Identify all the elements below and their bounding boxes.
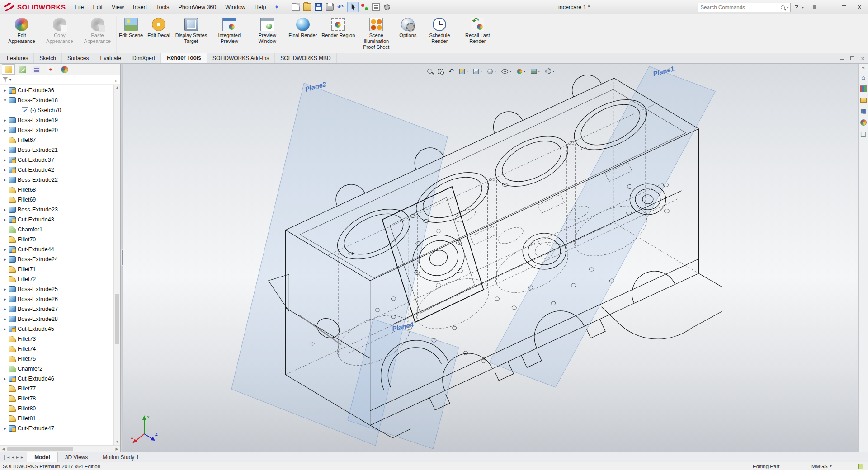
- feature-tree-item[interactable]: Cut-Extrude46: [1, 374, 120, 384]
- caret-down-icon[interactable]: ▾: [802, 5, 804, 9]
- doc-restore-icon[interactable]: [850, 56, 854, 60]
- feature-tree-item[interactable]: Fillet68: [1, 185, 120, 195]
- caret-down-icon[interactable]: ▾: [787, 5, 788, 9]
- feature-tree-item[interactable]: Boss-Extrude19: [1, 115, 120, 125]
- expand-arrow-icon[interactable]: [3, 327, 7, 331]
- feature-tree-item[interactable]: Fillet81: [1, 414, 120, 423]
- doc-close-icon[interactable]: ×: [861, 56, 864, 61]
- taskpane-button[interactable]: [859, 73, 868, 81]
- expand-arrow-icon[interactable]: [3, 98, 7, 103]
- feature-tree-item[interactable]: Fillet75: [1, 354, 120, 364]
- quick-access-button[interactable]: ▾: [336, 2, 346, 12]
- hud-button[interactable]: ▾: [458, 67, 469, 75]
- expand-arrow-icon[interactable]: [3, 168, 7, 172]
- feature-tree-item[interactable]: Boss-Extrude18: [1, 95, 120, 105]
- custom-properties-tag-icon[interactable]: [858, 464, 863, 469]
- panel-tab[interactable]: [44, 64, 57, 75]
- command-tab[interactable]: Render Tools: [161, 53, 207, 63]
- taskpane-button[interactable]: [859, 96, 868, 104]
- ribbon-button[interactable]: Render Region: [319, 16, 357, 53]
- tree-vertical-scrollbar[interactable]: ▲ ▼: [113, 85, 120, 445]
- ribbon-button[interactable]: Recall Last Render: [458, 16, 496, 53]
- panel-tab[interactable]: [2, 64, 15, 75]
- ribbon-button[interactable]: Edit Scene: [117, 16, 145, 53]
- quick-access-button[interactable]: ▾: [325, 2, 335, 12]
- expand-arrow-icon[interactable]: [3, 158, 7, 162]
- panel-tab[interactable]: [16, 64, 29, 75]
- scroll-right-icon[interactable]: ▶: [113, 446, 120, 452]
- caret-down-icon[interactable]: ▾: [466, 69, 468, 73]
- panel-tab[interactable]: [30, 64, 43, 75]
- menu-item[interactable]: Window: [221, 0, 250, 14]
- feature-tree-item[interactable]: Fillet77: [1, 384, 120, 394]
- quick-access-button[interactable]: ▾: [371, 2, 381, 12]
- command-tab[interactable]: SOLIDWORKS Add-Ins: [207, 53, 275, 63]
- quick-access-button[interactable]: ▾: [302, 2, 312, 12]
- menu-item[interactable]: PhotoView 360: [174, 0, 221, 14]
- expand-arrow-icon[interactable]: [3, 178, 7, 182]
- feature-tree-item[interactable]: Cut-Extrude44: [1, 244, 120, 254]
- ribbon-button[interactable]: Copy Appearance: [41, 16, 79, 53]
- hud-button[interactable]: ▾: [426, 67, 434, 75]
- feature-tree-item[interactable]: Fillet72: [1, 274, 120, 284]
- search-input[interactable]: [700, 5, 779, 10]
- feature-tree-item[interactable]: Boss-Extrude28: [1, 314, 120, 324]
- expand-arrow-icon[interactable]: [3, 317, 7, 321]
- command-tab[interactable]: Surfaces: [62, 53, 94, 63]
- menu-item[interactable]: Edit: [89, 0, 108, 14]
- expand-arrow-icon[interactable]: [3, 88, 7, 93]
- caret-down-icon[interactable]: ▾: [9, 78, 11, 82]
- feature-tree-item[interactable]: Boss-Extrude25: [1, 284, 120, 294]
- ribbon-button[interactable]: Integrated Preview: [210, 16, 248, 53]
- pin-menu-icon[interactable]: ✦: [270, 4, 283, 10]
- menu-item[interactable]: File: [70, 0, 88, 14]
- expand-arrow-icon[interactable]: [3, 307, 7, 311]
- expand-arrow-icon[interactable]: [3, 257, 7, 262]
- ribbon-button[interactable]: Edit Decal: [145, 16, 172, 53]
- document-tab[interactable]: 3D Views: [58, 452, 95, 462]
- ribbon-button[interactable]: Preview Window: [248, 16, 286, 53]
- menu-item[interactable]: View: [107, 0, 128, 14]
- tab-scroll-left-icon[interactable]: ◂: [7, 455, 9, 460]
- expand-arrow-icon[interactable]: [3, 148, 7, 152]
- doc-minimize-icon[interactable]: [840, 59, 844, 60]
- feature-tree-item[interactable]: Boss-Extrude23: [1, 205, 120, 215]
- caret-down-icon[interactable]: ▾: [494, 69, 496, 73]
- feature-tree-item[interactable]: Cut-Extrude45: [1, 324, 120, 334]
- ribbon-button[interactable]: Paste Appearance: [79, 16, 117, 53]
- quick-access-button[interactable]: ▾: [359, 2, 370, 12]
- feature-tree-item[interactable]: Fillet80: [1, 404, 120, 414]
- feature-tree-item[interactable]: Boss-Extrude24: [1, 254, 120, 264]
- feature-tree-item[interactable]: Fillet70: [1, 235, 120, 244]
- search-commands-box[interactable]: ▾: [698, 3, 791, 12]
- command-tab[interactable]: SOLIDWORKS MBD: [275, 53, 336, 63]
- expand-arrow-icon[interactable]: [3, 217, 7, 222]
- caret-down-icon[interactable]: ▾: [538, 69, 540, 73]
- caret-down-icon[interactable]: ▾: [509, 69, 511, 73]
- document-tab[interactable]: Motion Study 1: [95, 452, 146, 462]
- menu-item[interactable]: Help: [250, 0, 271, 14]
- taskpane-collapse-button[interactable]: «: [862, 65, 864, 70]
- ribbon-button[interactable]: Edit Appearance: [3, 16, 41, 53]
- quick-access-button[interactable]: ▾: [347, 2, 359, 12]
- expand-arrow-icon[interactable]: [3, 207, 7, 212]
- caret-down-icon[interactable]: ▾: [552, 69, 554, 73]
- minimize-button[interactable]: [821, 0, 836, 14]
- command-tab[interactable]: Sketch: [34, 53, 62, 63]
- feature-tree-item[interactable]: Chamfer1: [1, 225, 120, 235]
- units-selector[interactable]: MMGS ▾: [807, 464, 855, 469]
- horizontal-scroll-thumb[interactable]: [7, 446, 73, 451]
- expand-arrow-icon[interactable]: [3, 426, 7, 431]
- hud-button[interactable]: ▾: [515, 67, 527, 75]
- taskpane-button[interactable]: [859, 107, 868, 115]
- command-tab[interactable]: Features: [1, 53, 34, 63]
- hud-button[interactable]: ▾: [447, 66, 456, 76]
- feature-tree-item[interactable]: Cut-Extrude37: [1, 155, 120, 165]
- document-tab[interactable]: Model: [27, 452, 58, 462]
- feature-tree-item[interactable]: Boss-Extrude26: [1, 294, 120, 304]
- tab-scroll-right-icon[interactable]: ▸: [21, 455, 23, 460]
- hud-button[interactable]: ▾: [472, 67, 483, 75]
- caret-down-icon[interactable]: ▾: [524, 69, 525, 73]
- ribbon-button[interactable]: Schedule Render: [420, 16, 458, 53]
- command-tab[interactable]: DimXpert: [127, 53, 161, 63]
